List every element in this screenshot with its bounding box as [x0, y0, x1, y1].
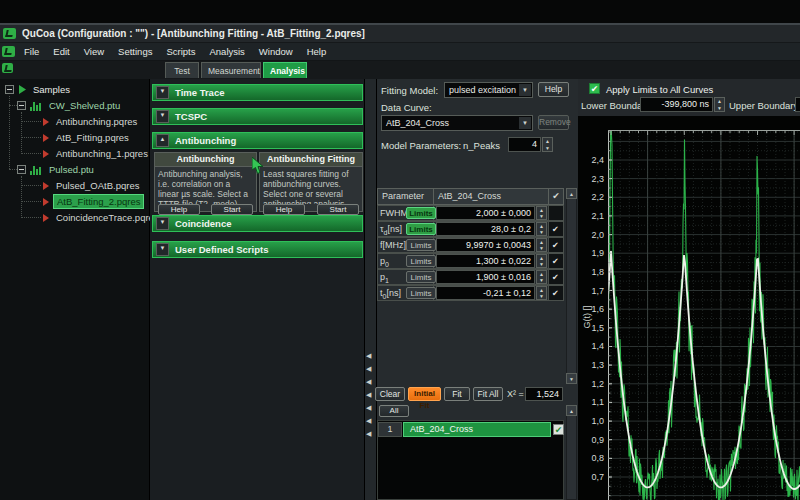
tree-item-label[interactable]: Samples [30, 83, 73, 96]
fit-button[interactable]: Fit [444, 387, 470, 401]
tab-measurement[interactable]: Measurement [201, 62, 261, 78]
row-checked-icon[interactable]: ✔ [552, 289, 559, 298]
limits-button[interactable]: Limits [406, 255, 436, 267]
start-button[interactable]: Start [317, 204, 359, 215]
help-button[interactable]: Help [263, 204, 305, 215]
tree-item-samples[interactable]: Samples [5, 82, 73, 97]
tree-item-antibunching_1-pqres[interactable]: Antibunching_1.pqres [42, 146, 151, 161]
tree-item-cw_shelved-ptu[interactable]: CW_Shelved.ptu [17, 98, 123, 113]
limits-button[interactable]: Limits [406, 287, 436, 299]
parameter-stepper[interactable]: ▲▼ [536, 254, 547, 268]
parameter-stepper[interactable]: ▲▼ [536, 238, 547, 252]
apply-limits-checkbox[interactable]: ✔ [589, 83, 600, 94]
tree-item-coincidencetrace-pqres[interactable]: CoincidenceTrace.pqres [42, 210, 162, 225]
tree-item-antibunching-pqres[interactable]: Antibunching.pqres [42, 114, 140, 129]
menu-file[interactable]: File [17, 44, 46, 59]
tab-test[interactable]: Test [165, 62, 199, 78]
tree-expander-icon[interactable] [5, 85, 14, 94]
splitter-collapse-icon[interactable]: ◀ [366, 365, 371, 373]
lower-boundary-stepper[interactable]: ▲▼ [714, 97, 725, 112]
fitting-model-dropdown[interactable]: pulsed excitation ▼ [444, 82, 533, 98]
limits-button[interactable]: Limits [406, 207, 436, 219]
tree-item-label[interactable]: CW_Shelved.ptu [46, 99, 123, 112]
parameter-value-field[interactable]: 1,900 ± 0,016 [436, 270, 535, 284]
tree-expander-icon[interactable] [17, 101, 26, 110]
menu-scripts[interactable]: Scripts [159, 44, 202, 59]
accordion-header-user-defined-scripts[interactable]: ▼User Defined Scripts [152, 241, 363, 258]
initial-fit-button[interactable]: Initial Fit [408, 387, 441, 401]
tree-item-atb_fitting-pqres[interactable]: AtB_Fitting.pqres [42, 130, 132, 145]
parameter-value-field[interactable]: 1,300 ± 0,022 [436, 254, 535, 268]
collapse-icon[interactable]: ▲ [156, 134, 169, 147]
row-checked-icon[interactable]: ✔ [552, 241, 559, 250]
menu-view[interactable]: View [77, 44, 111, 59]
start-button[interactable]: Start [211, 204, 253, 215]
tree-item-label[interactable]: AtB_Fitting.pqres [53, 131, 132, 144]
tree-item-pulsed-ptu[interactable]: Pulsed.ptu [17, 162, 97, 177]
expand-icon[interactable]: ▼ [156, 86, 169, 99]
parameter-stepper[interactable]: ▲▼ [536, 286, 547, 300]
help-button[interactable]: Help [158, 204, 200, 215]
splitter-collapse-icon[interactable]: ◀ [366, 378, 371, 386]
upper-boundary-field[interactable] [795, 97, 800, 112]
table-scrollbar[interactable] [566, 188, 577, 384]
tree-expander-icon[interactable] [17, 165, 26, 174]
tree-item-atb_fitting_2-pqres[interactable]: AtB_Fitting_2.pqres [42, 194, 144, 209]
row-checked-icon[interactable]: ✔ [552, 257, 559, 266]
fit-all-button[interactable]: Fit All [473, 387, 503, 401]
menu-help[interactable]: Help [300, 44, 334, 59]
expand-icon[interactable]: ▼ [156, 217, 169, 230]
accordion-header-tcspc[interactable]: ▼TCSPC [152, 108, 363, 125]
limits-button[interactable]: Limits [406, 223, 436, 235]
menu-analysis[interactable]: Analysis [202, 44, 251, 59]
data-curve-dropdown[interactable]: AtB_204_Cross ▼ [381, 115, 533, 131]
menu-edit[interactable]: Edit [46, 44, 76, 59]
remove-curve-button[interactable]: Remove [538, 115, 569, 130]
accordion-header-antibunching[interactable]: ▲Antibunching [152, 132, 363, 149]
tree-item-label[interactable]: Antibunching_1.pqres [53, 147, 151, 160]
parameter-stepper[interactable]: ▲▼ [536, 222, 547, 236]
row-checked-icon[interactable]: ✔ [552, 225, 559, 234]
splitter-collapse-icon[interactable]: ◀ [366, 417, 371, 425]
curve-list-scrollbar[interactable] [566, 405, 577, 500]
parameter-value-field[interactable]: 2,000 ± 0,000 [436, 206, 535, 220]
chevron-down-icon[interactable]: ▼ [519, 117, 531, 129]
tree-item-pulsed_oatb-pqres[interactable]: Pulsed_OAtB.pqres [42, 178, 142, 193]
accordion-header-coincidence[interactable]: ▼Coincidence [152, 215, 363, 232]
menu-window[interactable]: Window [252, 44, 300, 59]
splitter-collapse-icon[interactable]: ◀ [366, 352, 371, 360]
parameter-stepper[interactable]: ▲▼ [536, 206, 547, 220]
clear-button[interactable]: Clear [375, 387, 405, 401]
parameter-value-field[interactable]: 9,9970 ± 0,0043 [436, 238, 535, 252]
limits-button[interactable]: Limits [406, 239, 436, 251]
curve-checkbox[interactable]: ✔ [553, 424, 564, 435]
fitting-help-button[interactable]: Help [538, 82, 569, 97]
tree-item-label[interactable]: Pulsed_OAtB.pqres [53, 179, 142, 192]
scroll-up-icon[interactable]: ▲ [566, 188, 577, 199]
parameter-value-field[interactable]: 28,0 ± 0,2 [436, 222, 535, 236]
splitter-collapse-icon[interactable]: ◀ [366, 430, 371, 438]
tree-item-label[interactable]: Antibunching.pqres [53, 115, 140, 128]
tab-analysis[interactable]: Analysis [263, 62, 307, 78]
expand-icon[interactable]: ▼ [156, 110, 169, 123]
scroll-down-icon[interactable]: ▼ [566, 373, 577, 384]
n-peaks-field[interactable]: 4 [508, 137, 541, 152]
tree-item-label[interactable]: CoincidenceTrace.pqres [53, 211, 162, 224]
n-peaks-stepper[interactable]: ▲▼ [542, 137, 553, 152]
antibunching-chart[interactable] [608, 130, 800, 500]
menu-settings[interactable]: Settings [111, 44, 159, 59]
lower-boundary-field[interactable]: -399,800 ns [640, 97, 713, 112]
splitter-collapse-icon[interactable]: ◀ [366, 391, 371, 399]
expand-icon[interactable]: ▼ [156, 243, 169, 256]
parameter-stepper[interactable]: ▲▼ [536, 270, 547, 284]
accordion-header-time-trace[interactable]: ▼Time Trace [152, 84, 363, 101]
row-checked-icon[interactable]: ✔ [552, 273, 559, 282]
parameter-value-field[interactable]: -0,21 ± 0,12 [436, 286, 535, 300]
tree-item-label[interactable]: Pulsed.ptu [46, 163, 97, 176]
all-button[interactable]: All [379, 405, 409, 417]
limits-button[interactable]: Limits [406, 271, 436, 283]
chevron-down-icon[interactable]: ▼ [519, 84, 531, 96]
scroll-up-icon[interactable]: ▲ [566, 405, 577, 416]
splitter-collapse-icon[interactable]: ◀ [366, 404, 371, 412]
curve-list-item[interactable]: AtB_204_Cross [403, 422, 551, 437]
